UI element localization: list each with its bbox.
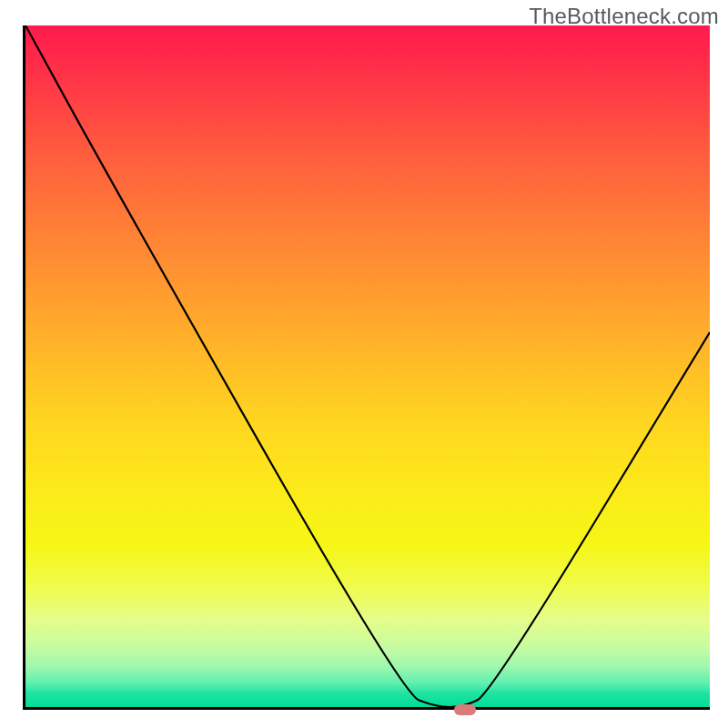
chart-container: TheBottleneck.com xyxy=(0,0,728,728)
optimum-marker xyxy=(454,704,476,715)
bottleneck-curve xyxy=(25,25,710,707)
plot-area xyxy=(23,25,710,710)
watermark-text: TheBottleneck.com xyxy=(529,4,719,29)
